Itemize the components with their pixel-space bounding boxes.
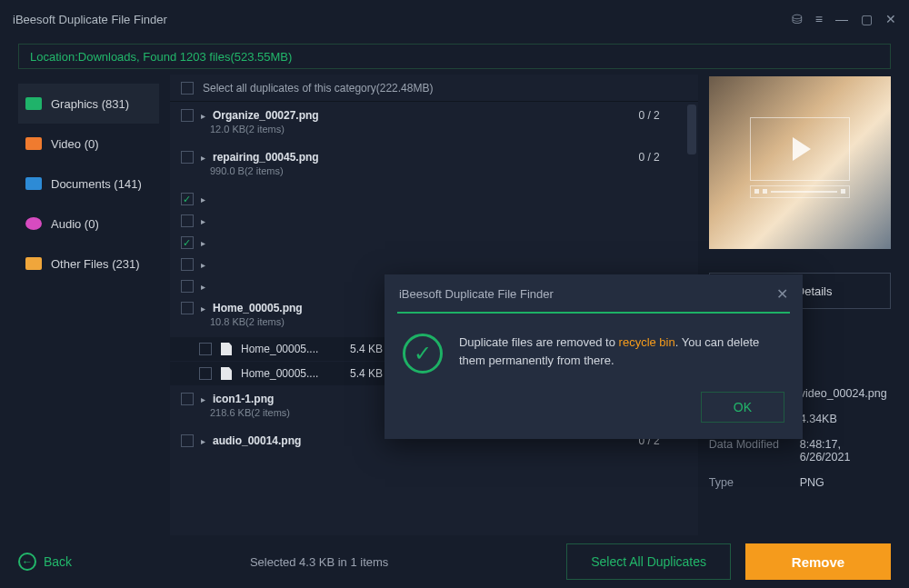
group-checkbox[interactable] bbox=[181, 193, 194, 205]
chevron-right-icon[interactable]: ▸ bbox=[201, 304, 205, 314]
video-icon bbox=[25, 136, 42, 151]
app-window: iBeesoft Duplicate File Finder ⛁ ≡ — ▢ ✕… bbox=[0, 0, 909, 588]
chevron-right-icon[interactable]: ▸ bbox=[201, 260, 205, 270]
dialog-msg-highlight: recycle bin bbox=[619, 335, 675, 349]
group-row[interactable]: ▸ Organize_00027.png 0 / 2 bbox=[170, 102, 698, 124]
success-check-icon: ✓ bbox=[403, 334, 443, 374]
location-text: Location:Downloads, Found 1203 files(523… bbox=[30, 50, 292, 64]
group-checkbox[interactable] bbox=[181, 109, 194, 122]
chevron-right-icon[interactable]: ▸ bbox=[201, 436, 205, 446]
group-checkbox[interactable] bbox=[181, 151, 194, 164]
group-row[interactable]: ▸ bbox=[170, 185, 698, 207]
detail-type-label: Type bbox=[709, 476, 800, 489]
group-checkbox[interactable] bbox=[181, 236, 194, 249]
group-checkbox[interactable] bbox=[181, 214, 194, 227]
remove-button[interactable]: Remove bbox=[745, 543, 891, 580]
group-row[interactable]: ▸ repairing_00045.png 0 / 2 bbox=[170, 144, 698, 165]
image-icon bbox=[25, 96, 42, 111]
sidebar-item-label: Audio (0) bbox=[51, 217, 99, 231]
sidebar-item-graphics[interactable]: Graphics (831) bbox=[18, 84, 159, 124]
sidebar-item-label: Other Files (231) bbox=[51, 257, 140, 271]
group-name: Home_00005.png bbox=[213, 302, 303, 314]
video-controls-icon bbox=[750, 185, 850, 198]
dialog-titlebar: iBeesoft Duplicate File Finder ✕ bbox=[385, 274, 803, 312]
dialog-body: ✓ Duplicate files are removed to recycle… bbox=[385, 314, 803, 383]
dialog-message: Duplicate files are removed to recycle b… bbox=[459, 334, 784, 374]
footer: ← Back Selected 4.3 KB in 1 items Select… bbox=[0, 535, 909, 588]
chevron-right-icon[interactable]: ▸ bbox=[201, 238, 205, 248]
titlebar-controls: ⛁ ≡ — ▢ ✕ bbox=[792, 12, 896, 26]
file-icon bbox=[221, 367, 232, 380]
file-checkbox[interactable] bbox=[199, 343, 212, 355]
preview-thumbnail bbox=[709, 76, 891, 249]
back-arrow-icon: ← bbox=[18, 553, 36, 571]
selection-status: Selected 4.3 KB in 1 items bbox=[86, 555, 552, 569]
detail-size-value: 4.34KB bbox=[800, 413, 891, 425]
group-subtext: 12.0 KB(2 items) bbox=[170, 124, 698, 144]
minimize-icon[interactable]: — bbox=[835, 12, 848, 26]
chevron-right-icon[interactable]: ▸ bbox=[201, 194, 205, 204]
group-subtext: 990.0 B(2 items) bbox=[170, 165, 698, 185]
sidebar-item-label: Documents (141) bbox=[51, 177, 142, 191]
titlebar: iBeesoft Duplicate File Finder ⛁ ≡ — ▢ ✕ bbox=[0, 0, 909, 38]
select-all-category-row: Select all duplicates of this category(2… bbox=[170, 75, 698, 102]
dialog-title: iBeesoft Duplicate File Finder bbox=[399, 287, 554, 301]
select-all-duplicates-button[interactable]: Select All Duplicates bbox=[566, 543, 731, 580]
cart-icon[interactable]: ⛁ bbox=[792, 12, 803, 26]
file-checkbox[interactable] bbox=[199, 367, 212, 380]
app-title: iBeesoft Duplicate File Finder bbox=[13, 13, 167, 26]
document-icon bbox=[25, 176, 42, 191]
group-row[interactable]: ▸ bbox=[170, 207, 698, 229]
detail-name-value: video_00024.png bbox=[800, 387, 891, 400]
detail-date-value: 8:48:17, 6/26/2021 bbox=[800, 438, 891, 463]
select-all-checkbox[interactable] bbox=[181, 82, 194, 95]
group-checkbox[interactable] bbox=[181, 393, 194, 405]
file-list-panel: Select all duplicates of this category(2… bbox=[170, 75, 698, 535]
chevron-right-icon[interactable]: ▸ bbox=[201, 111, 205, 121]
dialog-close-icon[interactable]: ✕ bbox=[776, 285, 788, 303]
back-button[interactable]: ← Back bbox=[18, 553, 72, 571]
chevron-right-icon[interactable]: ▸ bbox=[201, 394, 205, 404]
select-all-label: Select all duplicates of this category(2… bbox=[203, 82, 433, 95]
audio-icon bbox=[25, 216, 42, 231]
group-row[interactable]: ▸ bbox=[170, 229, 698, 251]
group-row[interactable]: ▸ bbox=[170, 251, 698, 273]
content-body: Graphics (831) Video (0) Documents (141)… bbox=[0, 75, 909, 535]
chevron-right-icon[interactable]: ▸ bbox=[201, 216, 205, 226]
chevron-right-icon[interactable]: ▸ bbox=[201, 153, 205, 163]
sidebar-item-label: Graphics (831) bbox=[51, 97, 129, 111]
confirmation-dialog: iBeesoft Duplicate File Finder ✕ ✓ Dupli… bbox=[385, 274, 803, 439]
maximize-icon[interactable]: ▢ bbox=[861, 12, 873, 26]
sidebar-item-documents[interactable]: Documents (141) bbox=[18, 164, 159, 204]
folder-icon bbox=[25, 256, 42, 271]
detail-type-value: PNG bbox=[800, 476, 891, 489]
group-checkbox[interactable] bbox=[181, 302, 194, 314]
sidebar-item-label: Video (0) bbox=[51, 137, 99, 151]
group-name: Organize_00027.png bbox=[213, 109, 319, 122]
menu-icon[interactable]: ≡ bbox=[815, 12, 823, 26]
group-checkbox[interactable] bbox=[181, 434, 194, 447]
play-icon bbox=[793, 137, 811, 161]
dialog-ok-button[interactable]: OK bbox=[701, 392, 784, 423]
scrollbar-thumb[interactable] bbox=[687, 105, 696, 154]
group-ratio: 0 / 2 bbox=[638, 109, 659, 122]
file-name: Home_00005.... bbox=[241, 343, 341, 355]
sidebar-item-other[interactable]: Other Files (231) bbox=[18, 244, 159, 284]
sidebar: Graphics (831) Video (0) Documents (141)… bbox=[18, 75, 159, 535]
dialog-actions: OK bbox=[385, 383, 803, 439]
sidebar-item-audio[interactable]: Audio (0) bbox=[18, 204, 159, 244]
file-name: Home_00005.... bbox=[241, 367, 341, 380]
close-icon[interactable]: ✕ bbox=[885, 12, 896, 26]
group-checkbox[interactable] bbox=[181, 258, 194, 271]
location-bar: Location:Downloads, Found 1203 files(523… bbox=[18, 44, 891, 69]
detail-date-label: Data Modified bbox=[709, 438, 800, 463]
group-name: audio_00014.png bbox=[213, 434, 301, 447]
chevron-right-icon[interactable]: ▸ bbox=[201, 282, 205, 292]
sidebar-item-video[interactable]: Video (0) bbox=[18, 124, 159, 164]
file-icon bbox=[221, 343, 232, 355]
back-label: Back bbox=[44, 554, 72, 569]
group-ratio: 0 / 2 bbox=[638, 151, 659, 164]
dialog-msg-part1: Duplicate files are removed to bbox=[459, 335, 619, 349]
play-overlay bbox=[750, 117, 850, 181]
group-checkbox[interactable] bbox=[181, 280, 194, 293]
